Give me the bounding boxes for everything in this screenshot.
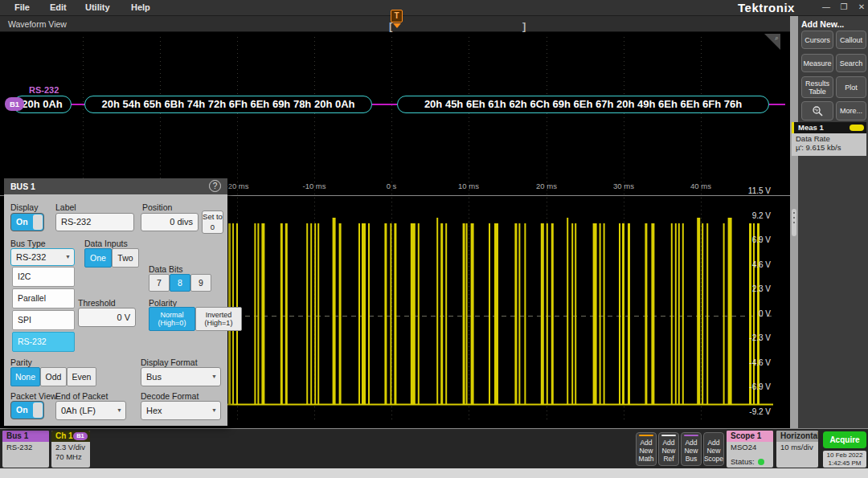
data-bits-8-button[interactable]: 8 (170, 274, 190, 292)
trigger-arrow-icon (393, 23, 401, 28)
bus-type-option-parallel[interactable]: Parallel (12, 288, 75, 308)
voltage-axis-label: 6.9 V (737, 235, 771, 244)
scope1-badge[interactable]: Scope 1 MSO24 Status: (727, 431, 773, 468)
add-new-math-label: Add New Math (637, 439, 656, 463)
toggle-knob (33, 214, 43, 230)
voltage-axis-label: -4.6 V (737, 358, 771, 367)
end-of-packet-value: 0Ah (LF) (61, 406, 96, 415)
time-axis-label: -10 ms (297, 182, 332, 190)
acquire-button[interactable]: Acquire (823, 431, 866, 448)
add-new-scope-button[interactable]: Add New Scope (703, 432, 724, 466)
bus-type-option-i2c[interactable]: I2C (12, 267, 75, 287)
bus-type-dropdown[interactable]: RS-232 ▼ (10, 248, 75, 266)
meas1-value: µ': 9.615 kb/s (796, 143, 866, 152)
voltage-axis-label: 0 V (737, 309, 771, 318)
dialog-header[interactable]: BUS 1 ? (4, 178, 227, 194)
ref-color-stripe (661, 435, 676, 436)
time-axis-label: 30 ms (606, 182, 641, 190)
position-input[interactable]: 0 divs (141, 213, 199, 231)
meas1-badge[interactable]: Meas 1 Data Rate µ': 9.615 kb/s (792, 122, 866, 156)
callout-button[interactable]: Callout (836, 31, 866, 49)
menu-file[interactable]: File (14, 2, 30, 12)
data-bits-9-button[interactable]: 9 (190, 274, 211, 292)
data-inputs-two-button[interactable]: Two (112, 248, 139, 268)
ch1-badge-body: 2.3 V/div 70 MHz (51, 442, 90, 462)
voltage-axis-label: -2.3 V (737, 333, 771, 342)
magnifier-waveform-icon (812, 105, 824, 117)
cursors-button[interactable]: Cursors (801, 31, 833, 49)
scope1-badge-header: Scope 1 (727, 431, 773, 442)
more-button[interactable]: More... (836, 101, 866, 121)
time-axis-label: 10 ms (451, 182, 486, 190)
parity-none-button[interactable]: None (10, 367, 40, 386)
bus1-source-badge: B1 (5, 97, 24, 111)
bus-color-stripe (684, 435, 698, 436)
polarity-inverted-button[interactable]: Inverted (High=1) (195, 307, 242, 331)
bus-packet-3: 20h 45h 6Eh 61h 62h 6Ch 69h 6Eh 67h 20h … (397, 96, 769, 113)
menu-help[interactable]: Help (131, 2, 150, 12)
ch1-scale: 2.3 V/div (55, 443, 90, 452)
packet-view-toggle[interactable]: On (10, 401, 44, 419)
zoom-tool-button[interactable] (801, 101, 833, 121)
add-new-math-button[interactable]: Add New Math (636, 432, 657, 466)
polarity-normal-button[interactable]: Normal (High=0) (149, 307, 195, 331)
sidebar-scrollbar[interactable] (790, 16, 798, 428)
restore-button[interactable]: ❐ (837, 2, 850, 11)
time-axis-label: 0 s (374, 182, 409, 190)
help-icon[interactable]: ? (209, 180, 221, 192)
display-toggle[interactable]: On (10, 213, 44, 231)
scope-color-stripe (706, 435, 721, 436)
oscilloscope-app: File Edit Utility Help Tektronix — ❐ ✕ W… (0, 0, 868, 478)
bus-type-label: Bus Type (10, 239, 46, 248)
bus-type-option-rs232[interactable]: RS-232 (12, 332, 75, 352)
menu-edit[interactable]: Edit (50, 2, 67, 12)
label-input[interactable]: RS-232 (55, 213, 134, 231)
zoom-range-bracket-right: ] (522, 20, 526, 32)
add-new-header: Add New... (801, 19, 844, 29)
packet-link (769, 104, 785, 105)
plot-button[interactable]: Plot (836, 76, 866, 98)
scope1-badge-body: MSO24 Status: (727, 442, 773, 467)
minimize-button[interactable]: — (820, 2, 833, 11)
status-ok-dot (758, 459, 764, 465)
parity-even-button[interactable]: Even (67, 367, 96, 386)
scrollbar-handle[interactable] (792, 209, 796, 236)
threshold-input[interactable]: 0 V (78, 308, 136, 327)
bus-packet-2: 20h 54h 65h 6Bh 74h 72h 6Fh 6Eh 69h 78h … (84, 96, 372, 113)
scope1-model: MSO24 (731, 443, 773, 452)
trigger-position-marker[interactable]: T (391, 10, 403, 22)
bus-type-value: RS-232 (16, 252, 46, 262)
magnifier-icon: ⌕ (775, 34, 779, 43)
toggle-knob (33, 402, 43, 418)
datetime-display: 10 Feb 2022 1:42:45 PM (823, 451, 866, 468)
bus1-badge[interactable]: Bus 1 RS-232 (2, 431, 49, 468)
date-text: 10 Feb 2022 (823, 451, 866, 460)
add-new-ref-button[interactable]: Add New Ref (658, 432, 679, 466)
math-color-stripe (639, 435, 653, 436)
parity-odd-button[interactable]: Odd (40, 367, 67, 386)
packet-view-toggle-state: On (16, 405, 28, 415)
horizontal-badge[interactable]: Horizontal 10 ms/div (776, 431, 818, 468)
data-inputs-one-button[interactable]: One (84, 248, 112, 268)
add-new-bus-button[interactable]: Add New Bus (681, 432, 702, 466)
set-to-zero-button[interactable]: Set to 0 (202, 210, 223, 234)
bus1-badge-body: RS-232 (2, 442, 49, 452)
measure-button[interactable]: Measure (801, 54, 833, 72)
decode-format-value: Hex (146, 406, 162, 415)
voltage-axis-label: -6.9 V (737, 382, 771, 391)
time-text: 1:42:45 PM (823, 460, 866, 468)
meas1-source-pill (850, 125, 864, 131)
meas1-name: Data Rate (796, 134, 866, 143)
search-button[interactable]: Search (836, 54, 866, 72)
menu-utility[interactable]: Utility (85, 2, 110, 12)
bus-type-option-spi[interactable]: SPI (12, 310, 75, 330)
decode-format-dropdown[interactable]: Hex ▼ (141, 401, 221, 420)
chevron-down-icon: ▼ (117, 402, 122, 419)
results-table-button[interactable]: Results Table (801, 76, 833, 98)
close-button[interactable]: ✕ (855, 2, 868, 11)
data-bits-7-button[interactable]: 7 (149, 274, 170, 292)
end-of-packet-dropdown[interactable]: 0Ah (LF) ▼ (55, 401, 126, 420)
ch1-badge[interactable]: Ch 1 B1 2.3 V/div 70 MHz (51, 431, 90, 468)
display-format-dropdown[interactable]: Bus ▼ (141, 367, 221, 386)
ch1-bandwidth: 70 MHz (55, 452, 90, 462)
